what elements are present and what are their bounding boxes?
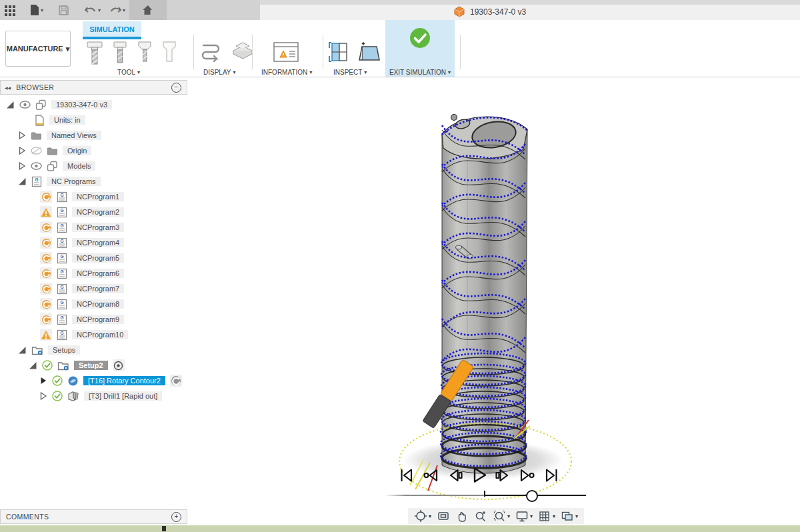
browser-item-ncprogram[interactable]: G NCProgram5 bbox=[40, 252, 124, 264]
browser-item-named-views[interactable]: Named Views bbox=[17, 129, 101, 141]
browser-item-label[interactable]: NCProgram10 bbox=[72, 330, 128, 339]
svg-text:G: G bbox=[60, 315, 63, 319]
play-button[interactable] bbox=[470, 466, 488, 484]
active-setup-target-icon[interactable] bbox=[113, 359, 125, 371]
play-to-end-button[interactable] bbox=[519, 467, 536, 484]
collapsed-arrow-icon[interactable] bbox=[17, 146, 26, 155]
browser-item-root[interactable]: 19303-347-0 v3 bbox=[5, 99, 112, 111]
file-menu-button[interactable]: ▾ bbox=[25, 0, 47, 20]
browser-item-label[interactable]: NCProgram1 bbox=[72, 192, 124, 201]
zoom-button[interactable] bbox=[474, 509, 487, 523]
visibility-eye-icon[interactable] bbox=[31, 162, 42, 170]
workspace-selector[interactable]: MANUFACTURE ▾ bbox=[5, 31, 71, 67]
browser-item-label[interactable]: NCProgram4 bbox=[72, 238, 124, 247]
browser-item-ncprogram[interactable]: G NCProgram10 bbox=[40, 329, 128, 341]
timeline-slider-handle[interactable] bbox=[526, 490, 538, 502]
tab-simulation[interactable]: SIMULATION bbox=[83, 21, 141, 37]
collapsed-arrow-icon[interactable] bbox=[17, 131, 26, 140]
browser-item-models[interactable]: Models bbox=[17, 160, 95, 172]
browser-item-label[interactable]: NCProgram3 bbox=[72, 223, 124, 232]
browser-item-operation-drill1[interactable]: [T3] Drill1 [Rapid out] bbox=[39, 390, 162, 402]
add-comment-icon[interactable]: + bbox=[171, 512, 181, 522]
tool-ballmill-button[interactable] bbox=[111, 40, 129, 67]
browser-item-label[interactable]: 19303-347-0 v3 bbox=[51, 100, 112, 109]
browser-item-operation-rotary-contour2[interactable]: [T16] Rotary Contour2 bbox=[39, 375, 182, 387]
browser-item-ncprogram[interactable]: G NCProgram7 bbox=[40, 283, 124, 295]
document-tab[interactable]: 19303-347-0 v3 bbox=[453, 5, 526, 19]
browser-item-label[interactable]: NCProgram6 bbox=[72, 269, 124, 278]
viewports-button[interactable]: ▾ bbox=[561, 509, 578, 523]
browser-panel-header[interactable]: ◀◀ BROWSER − bbox=[0, 80, 187, 95]
browser-item-setups[interactable]: Setups bbox=[17, 344, 80, 356]
toolpath-display-button[interactable] bbox=[198, 40, 223, 65]
browser-item-ncprogram[interactable]: G NCProgram8 bbox=[40, 298, 124, 310]
expanded-arrow-icon[interactable] bbox=[28, 361, 37, 370]
browser-item-label[interactable]: NCProgram7 bbox=[72, 284, 124, 293]
browser-item-label[interactable]: Units: in bbox=[49, 115, 85, 125]
section-analysis-button[interactable] bbox=[328, 40, 351, 65]
measure-button[interactable] bbox=[357, 40, 382, 65]
browser-item-label[interactable]: NC Programs bbox=[47, 177, 101, 186]
browser-item-label[interactable]: [T3] Drill1 [Rapid out] bbox=[84, 391, 162, 401]
collapsed-arrow-icon[interactable] bbox=[39, 391, 47, 401]
browser-item-ncprogram[interactable]: G NCProgram2 bbox=[40, 206, 124, 218]
browser-item-nc-programs[interactable]: G NC Programs bbox=[17, 175, 101, 187]
collapsed-arrow-icon[interactable] bbox=[39, 376, 47, 385]
viewport-model[interactable] bbox=[330, 100, 650, 515]
minimize-panel-icon[interactable]: − bbox=[171, 83, 181, 93]
browser-item-label[interactable]: NCProgram9 bbox=[72, 315, 124, 324]
collapse-panel-icon[interactable]: ◀◀ bbox=[5, 85, 11, 90]
browser-item-ncprogram[interactable]: G NCProgram3 bbox=[40, 221, 124, 233]
information-window-button[interactable] bbox=[272, 40, 300, 65]
browser-item-ncprogram[interactable]: G NCProgram1 bbox=[40, 191, 124, 203]
inspect-group-dropdown[interactable]: INSPECT ▾ bbox=[333, 69, 367, 76]
tool-chamfer-button[interactable] bbox=[135, 40, 154, 67]
browser-item-ncprogram[interactable]: G NCProgram6 bbox=[40, 267, 124, 279]
visibility-eye-icon[interactable] bbox=[19, 101, 31, 109]
visibility-off-eye-icon[interactable] bbox=[31, 147, 42, 155]
tool-flat-endmill-button[interactable] bbox=[85, 40, 105, 67]
nc-program-icon: G bbox=[57, 283, 67, 295]
browser-item-label[interactable]: Named Views bbox=[47, 131, 101, 140]
display-group-dropdown[interactable]: DISPLAY ▾ bbox=[203, 69, 236, 76]
pan-button[interactable] bbox=[455, 509, 469, 523]
expanded-arrow-icon[interactable] bbox=[17, 345, 27, 355]
information-group-dropdown[interactable]: INFORMATION ▾ bbox=[261, 69, 312, 76]
tool-group-dropdown[interactable]: TOOL ▾ bbox=[117, 69, 140, 76]
browser-item-units[interactable]: Units: in bbox=[35, 114, 85, 126]
browser-item-origin[interactable]: Origin bbox=[17, 145, 91, 157]
play-reverse-button[interactable] bbox=[422, 467, 439, 484]
save-button[interactable] bbox=[54, 0, 73, 20]
comments-panel-header[interactable]: COMMENTS + bbox=[0, 509, 187, 524]
step-back-button[interactable] bbox=[446, 467, 463, 484]
exit-simulation-block[interactable]: EXIT SIMULATION ▾ bbox=[385, 20, 455, 77]
fit-button[interactable]: ▾ bbox=[493, 509, 510, 523]
redo-button[interactable]: ▾ bbox=[105, 0, 129, 20]
browser-item-label[interactable]: NCProgram2 bbox=[72, 207, 124, 217]
expanded-arrow-icon[interactable] bbox=[5, 100, 15, 109]
browser-item-ncprogram[interactable]: G NCProgram4 bbox=[40, 237, 124, 249]
go-to-start-button[interactable] bbox=[398, 467, 415, 484]
look-at-button[interactable] bbox=[437, 509, 450, 523]
undo-button[interactable]: ▾ bbox=[80, 0, 105, 20]
browser-item-label[interactable]: NCProgram8 bbox=[72, 299, 124, 309]
tool-holder-button[interactable] bbox=[160, 40, 179, 67]
display-settings-button[interactable]: ▾ bbox=[515, 509, 533, 523]
orbit-button[interactable]: ▾ bbox=[414, 509, 431, 523]
app-grid-icon[interactable] bbox=[0, 0, 20, 20]
home-view-button[interactable] bbox=[129, 0, 167, 20]
collapsed-arrow-icon[interactable] bbox=[17, 161, 26, 171]
browser-item-setup2[interactable]: Setup2 bbox=[28, 359, 125, 371]
exit-simulation-dropdown[interactable]: EXIT SIMULATION ▾ bbox=[385, 69, 455, 76]
browser-item-ncprogram[interactable]: G NCProgram9 bbox=[40, 313, 124, 325]
browser-item-label[interactable]: Setup2 bbox=[74, 361, 108, 370]
step-forward-button[interactable] bbox=[495, 467, 512, 484]
browser-item-label[interactable]: Models bbox=[63, 161, 95, 171]
browser-item-label[interactable]: Origin bbox=[63, 146, 91, 155]
expanded-arrow-icon[interactable] bbox=[17, 177, 27, 186]
grid-button[interactable]: ▾ bbox=[538, 509, 555, 523]
go-to-end-button[interactable] bbox=[543, 467, 560, 484]
browser-item-label[interactable]: NCProgram5 bbox=[72, 253, 124, 263]
browser-item-label[interactable]: [T16] Rotary Contour2 bbox=[83, 376, 165, 385]
browser-item-label[interactable]: Setups bbox=[48, 345, 80, 355]
